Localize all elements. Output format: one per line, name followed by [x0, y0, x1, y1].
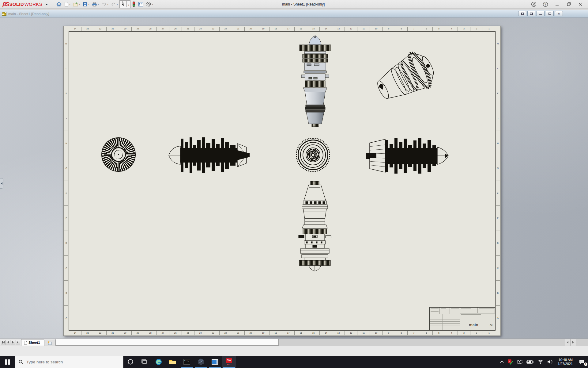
blue-window-app-button[interactable]	[208, 356, 222, 368]
select-arrow-icon	[121, 1, 126, 6]
drawing-view-top[interactable]	[295, 34, 335, 127]
zone-label: 17	[282, 331, 295, 335]
last-sheet-button[interactable]	[16, 340, 20, 345]
edge-button[interactable]	[152, 356, 166, 368]
zone-label: 29	[132, 331, 144, 335]
drawing-view-rear[interactable]	[296, 138, 330, 172]
zone-label: 24	[194, 331, 207, 335]
zone-label: F	[496, 181, 500, 206]
start-button[interactable]	[0, 356, 15, 368]
zone-label: 22	[220, 331, 232, 335]
print-button[interactable]: ▾	[91, 1, 100, 7]
zone-label: 34	[69, 27, 81, 31]
action-center-button[interactable]: 1	[575, 356, 588, 368]
tray-volume-button[interactable]	[545, 356, 555, 368]
new-dropdown-arrow[interactable]: ▾	[69, 3, 70, 6]
clock-date: 1/27/2021	[558, 362, 573, 366]
redo-dropdown-arrow[interactable]: ▾	[117, 3, 118, 6]
zone-label: 14	[320, 331, 332, 335]
tray-solidworks-status[interactable]: S	[506, 356, 515, 368]
first-sheet-button[interactable]	[1, 340, 6, 345]
previous-sheet-button[interactable]	[6, 340, 10, 345]
tray-snip-button[interactable]	[515, 356, 525, 368]
solidworks-logo[interactable]: βS SOLIDWORKS ▸	[2, 1, 47, 8]
graphics-area[interactable]: 3433323130292827262524232221201918171615…	[0, 17, 588, 339]
minimize-button[interactable]	[554, 2, 560, 7]
redo-button[interactable]: ▾	[110, 1, 119, 7]
speaker-icon	[547, 359, 553, 364]
next-sheet-button[interactable]	[11, 340, 15, 345]
options-button[interactable]: ▾	[145, 1, 154, 8]
horizontal-scrollbar[interactable]	[55, 339, 588, 346]
zone-label: 30	[119, 331, 132, 335]
undo-icon	[101, 2, 107, 6]
hexagon-app-button[interactable]	[194, 356, 208, 368]
tray-clock[interactable]: 10:48 AM 1/27/2021	[555, 358, 575, 366]
zone-label: M	[496, 31, 500, 56]
screen-snip-icon	[517, 359, 523, 364]
doc-minimize-button[interactable]	[537, 11, 545, 16]
zone-label: J	[496, 106, 500, 131]
tray-chevron-button[interactable]	[498, 356, 506, 368]
zone-label: 4	[445, 27, 458, 31]
document-properties-button[interactable]	[137, 1, 144, 7]
zone-label: 23	[207, 27, 220, 31]
options-dropdown-arrow[interactable]: ▾	[152, 3, 153, 6]
zone-label: 28	[144, 27, 157, 31]
drawing-view-isometric[interactable]	[373, 46, 443, 106]
drawing-view-right-side[interactable]	[366, 137, 450, 174]
brand-flyout-arrow[interactable]: ▸	[46, 2, 47, 6]
drawing-sheet[interactable]: 3433323130292827262524232221201918171615…	[63, 26, 501, 336]
rebuild-button[interactable]	[131, 1, 137, 8]
drawing-view-left-side[interactable]	[168, 137, 251, 174]
tray-wifi-button[interactable]	[536, 356, 545, 368]
sheet-tab-bar: Sheet1	[0, 339, 588, 346]
home-button[interactable]	[55, 1, 62, 7]
zone-label: F	[64, 181, 68, 206]
scroll-left-button[interactable]	[565, 339, 570, 346]
tray-battery-button[interactable]	[525, 356, 536, 368]
close-button[interactable]	[578, 2, 583, 7]
search-icon	[19, 360, 23, 364]
undo-dropdown-arrow[interactable]: ▾	[107, 3, 108, 6]
pane-left-button[interactable]	[518, 11, 526, 16]
open-dropdown-arrow[interactable]: ▾	[79, 3, 80, 6]
doc-restore-button[interactable]	[546, 11, 554, 16]
taskbar-search[interactable]	[15, 356, 123, 368]
zone-label: 33	[81, 331, 94, 335]
doc-close-button[interactable]: ✕	[555, 11, 563, 16]
search-input[interactable]	[26, 360, 109, 364]
drawing-view-front-fan[interactable]	[101, 137, 136, 172]
drawing-view-bottom[interactable]	[296, 181, 333, 271]
zone-label: 26	[169, 27, 182, 31]
save-button[interactable]: ▾	[82, 1, 90, 7]
pane-right-icon	[530, 13, 533, 15]
command-prompt-button[interactable]: C:\_	[180, 356, 194, 368]
scrollbar-thumb[interactable]	[56, 339, 279, 346]
add-sheet-tab[interactable]	[44, 340, 55, 346]
cortana-button[interactable]	[123, 356, 138, 368]
zone-label: H	[496, 131, 500, 156]
print-dropdown-arrow[interactable]: ▾	[98, 3, 99, 6]
undo-button[interactable]: ▾	[100, 1, 109, 7]
help-button[interactable]: ?	[543, 2, 548, 7]
open-button[interactable]: ▾	[72, 1, 81, 7]
account-button[interactable]	[531, 2, 537, 7]
select-tool-button[interactable]	[120, 1, 126, 8]
zone-label: 14	[320, 27, 332, 31]
zone-label: 2	[470, 27, 483, 31]
file-explorer-button[interactable]	[166, 356, 180, 368]
task-view-button[interactable]	[138, 356, 152, 368]
solidworks-check-icon: S	[507, 359, 513, 365]
restore-button[interactable]	[566, 2, 571, 7]
zone-label: 24	[194, 27, 207, 31]
sheet-tab-label: Sheet1	[28, 341, 40, 344]
feature-panel-collapse-handle[interactable]	[0, 178, 3, 189]
new-document-button[interactable]: ▾	[63, 1, 71, 7]
select-dropdown-button[interactable]: ▾	[126, 1, 130, 7]
tab-sheet1[interactable]: Sheet1	[21, 339, 44, 346]
scroll-right-button[interactable]	[570, 339, 576, 346]
pane-right-button[interactable]	[527, 11, 535, 16]
save-dropdown-arrow[interactable]: ▾	[88, 3, 89, 6]
solidworks-taskbar-button[interactable]: SW 2021	[222, 356, 236, 368]
